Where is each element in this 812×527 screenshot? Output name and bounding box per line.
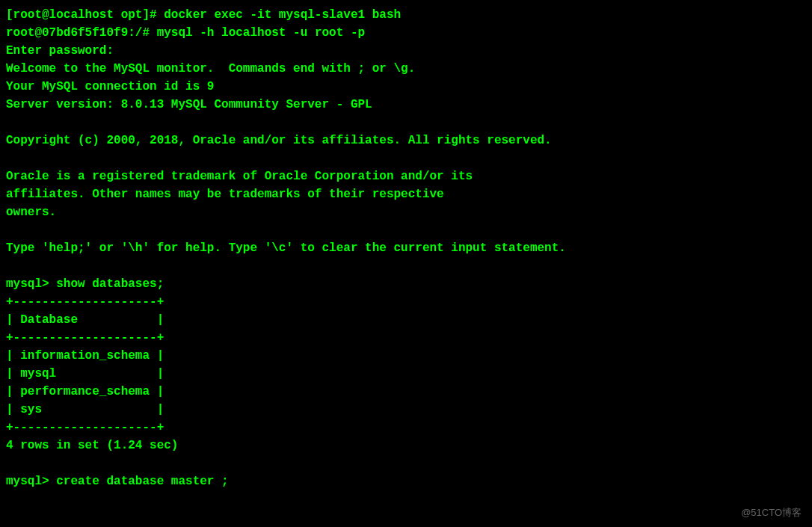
table-header: | Database | xyxy=(6,311,806,329)
docker-command: docker exec -it mysql-slave1 bash xyxy=(164,8,401,22)
result-line: 4 rows in set (1.24 sec) xyxy=(6,437,806,454)
table-row: | performance_schema | xyxy=(6,383,806,401)
watermark: @51CTO博客 xyxy=(741,505,802,520)
blank-line xyxy=(6,150,806,167)
blank-line xyxy=(6,454,806,472)
table-border-bottom: +--------------------+ xyxy=(6,419,806,437)
copyright-line: Copyright (c) 2000, 2018, Oracle and/or … xyxy=(6,132,806,150)
terminal-output[interactable]: [root@localhost opt]# docker exec -it my… xyxy=(6,6,806,490)
mysql-prompt: mysql> xyxy=(6,277,56,291)
blank-line xyxy=(6,221,806,239)
trademark-line-3: owners. xyxy=(6,203,806,221)
welcome-line-2: Your MySQL connection id is 9 xyxy=(6,78,806,96)
welcome-line-1: Welcome to the MySQL monitor. Commands e… xyxy=(6,60,806,78)
mysql-prompt: mysql> xyxy=(6,475,56,488)
blank-line xyxy=(6,114,806,132)
help-line: Type 'help;' or '\h' for help. Type '\c'… xyxy=(6,239,806,257)
shell-prompt: [root@localhost opt]# xyxy=(6,8,164,22)
trademark-line-1: Oracle is a registered trademark of Orac… xyxy=(6,167,806,185)
table-row: | sys | xyxy=(6,401,806,419)
mysql-command: mysql -h localhost -u root -p xyxy=(157,26,365,40)
table-border-mid: +--------------------+ xyxy=(6,329,806,347)
blank-line xyxy=(6,257,806,275)
table-border-top: +--------------------+ xyxy=(6,293,806,311)
table-row: | mysql | xyxy=(6,365,806,383)
container-prompt: root@07bd6f5f10f9:/# xyxy=(6,26,157,40)
table-row: | information_schema | xyxy=(6,347,806,365)
show-databases-command: show databases; xyxy=(56,277,164,291)
welcome-line-3: Server version: 8.0.13 MySQL Community S… xyxy=(6,96,806,114)
trademark-line-2: affiliates. Other names may be trademark… xyxy=(6,185,806,203)
password-prompt-line: Enter password: xyxy=(6,42,806,60)
create-database-command: create database master ; xyxy=(56,475,228,488)
